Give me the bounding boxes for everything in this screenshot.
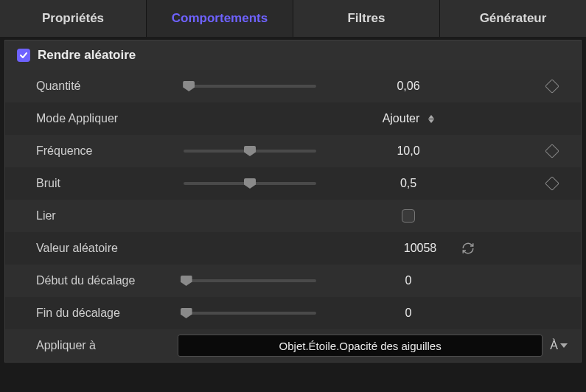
slider-debut[interactable] xyxy=(184,273,316,288)
value-debut[interactable]: 0 xyxy=(342,274,475,287)
label-mode: Mode Appliquer xyxy=(36,112,184,125)
chevrons-icon xyxy=(428,115,434,123)
label-debut: Début du décalage xyxy=(36,274,184,287)
group-header: Rendre aléatoire xyxy=(5,41,581,70)
row-lier: Lier xyxy=(5,200,581,232)
tab-proprietes[interactable]: Propriétés xyxy=(0,0,147,37)
row-frequence: Fréquence 10,0 xyxy=(5,135,581,167)
slider-frequence[interactable] xyxy=(184,144,316,158)
label-frequence: Fréquence xyxy=(36,144,184,158)
checkmark-icon xyxy=(19,51,28,60)
group-title: Rendre aléatoire xyxy=(38,48,136,63)
row-mode: Mode Appliquer Ajouter xyxy=(5,102,581,135)
tab-comportements[interactable]: Comportements xyxy=(147,0,293,37)
slider-fin[interactable] xyxy=(184,306,316,321)
tab-filtres[interactable]: Filtres xyxy=(293,0,440,37)
row-debut: Début du décalage 0 xyxy=(5,265,581,297)
chevron-down-icon xyxy=(560,343,568,348)
row-appliquer: Appliquer à Objet.Étoile.Opacité des aig… xyxy=(5,329,581,362)
label-appliquer: Appliquer à xyxy=(36,339,176,352)
row-quantite: Quantité 0,06 xyxy=(5,70,581,102)
label-valeur: Valeur aléatoire xyxy=(36,242,184,255)
slider-bruit[interactable] xyxy=(184,176,316,191)
tab-generateur[interactable]: Générateur xyxy=(440,0,586,37)
keyframe-icon[interactable] xyxy=(545,176,559,191)
value-fin[interactable]: 0 xyxy=(342,307,475,320)
label-quantite: Quantité xyxy=(36,80,184,93)
dropdown-mode[interactable]: Ajouter xyxy=(342,112,475,125)
apply-target-well[interactable]: Objet.Étoile.Opacité des aiguilles xyxy=(178,335,543,357)
value-frequence[interactable]: 10,0 xyxy=(342,144,475,158)
row-bruit: Bruit 0,5 xyxy=(5,167,581,200)
inspector-panel: Rendre aléatoire Quantité 0,06 Mode Appl… xyxy=(4,40,582,363)
value-valeur[interactable]: 10058 xyxy=(404,242,437,255)
checkbox-lier[interactable] xyxy=(402,209,415,223)
label-fin: Fin du décalage xyxy=(36,307,184,320)
row-valeur: Valeur aléatoire 10058 xyxy=(5,232,581,265)
value-quantite[interactable]: 0,06 xyxy=(342,80,475,93)
tabs-bar: Propriétés Comportements Filtres Générat… xyxy=(0,0,586,37)
label-bruit: Bruit xyxy=(36,177,184,190)
apply-menu[interactable]: À xyxy=(550,339,572,352)
keyframe-icon[interactable] xyxy=(545,79,559,94)
row-fin: Fin du décalage 0 xyxy=(5,297,581,329)
group-enable-checkbox[interactable] xyxy=(17,49,30,62)
label-lier: Lier xyxy=(36,209,184,223)
refresh-icon[interactable] xyxy=(461,242,475,255)
slider-quantite[interactable] xyxy=(184,79,316,94)
keyframe-icon[interactable] xyxy=(545,144,559,158)
value-bruit[interactable]: 0,5 xyxy=(342,177,475,190)
